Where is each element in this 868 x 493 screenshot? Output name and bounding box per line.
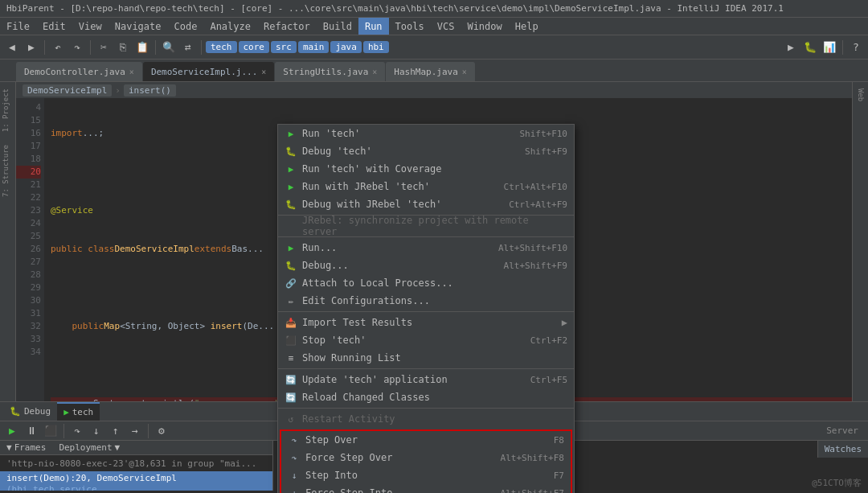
paste-btn[interactable]: 📋 bbox=[133, 39, 151, 56]
sep-4 bbox=[278, 368, 574, 369]
menu-step-over[interactable]: ↷ Step Over F8 bbox=[281, 431, 571, 449]
debug-tech-shortcut: Shift+F9 bbox=[525, 146, 567, 157]
menu-attach-local[interactable]: 🔗 Attach to Local Process... bbox=[278, 274, 574, 292]
restart-activity-icon: ↺ bbox=[285, 413, 297, 425]
attach-local-icon: 🔗 bbox=[285, 277, 297, 290]
update-app-icon: 🔄 bbox=[285, 373, 297, 386]
menu-update-app[interactable]: 🔄 Update 'tech' application Ctrl+F5 bbox=[278, 371, 574, 388]
menu-run-tech[interactable]: ▶ Run 'tech' Shift+F10 bbox=[278, 125, 574, 142]
debug-stop-btn[interactable]: ⬛ bbox=[42, 422, 59, 440]
menu-build[interactable]: Build bbox=[317, 18, 358, 35]
stop-tech-shortcut: Ctrl+F2 bbox=[530, 335, 567, 346]
search-btn[interactable]: 🔍 bbox=[160, 39, 178, 56]
reload-classes-icon: 🔄 bbox=[285, 391, 297, 404]
project-label[interactable]: 1: Project bbox=[0, 82, 15, 138]
tab-demoserviceimpl-close[interactable]: × bbox=[261, 68, 266, 76]
stop-tech-icon: ⬛ bbox=[285, 334, 297, 347]
title-bar: HbiParent - [D:\repo-hand\repo-tech\tech… bbox=[0, 0, 868, 18]
menu-debug-dots[interactable]: 🐛 Debug... Alt+Shift+F9 bbox=[278, 257, 574, 274]
badge-java[interactable]: java bbox=[330, 41, 362, 53]
badge-src[interactable]: src bbox=[271, 41, 297, 53]
tab-demoserviceimpl-label: DemoServiceImpl.j... bbox=[151, 67, 257, 77]
undo-btn[interactable]: ↶ bbox=[49, 39, 67, 56]
forward-btn[interactable]: ▶ bbox=[23, 39, 40, 56]
debug-tab-debug[interactable]: 🐛 Debug bbox=[3, 402, 57, 421]
step-into-label: Step Into bbox=[305, 470, 549, 481]
menu-show-running[interactable]: ≡ Show Running List bbox=[278, 349, 574, 367]
menu-code[interactable]: Code bbox=[168, 18, 204, 35]
menu-step-into[interactable]: ↓ Step Into F7 bbox=[281, 466, 571, 484]
tab-stringutils[interactable]: StringUtils.java × bbox=[275, 62, 385, 81]
show-running-icon: ≡ bbox=[285, 351, 297, 364]
toolbar-sep-5 bbox=[842, 40, 843, 55]
tab-democontroller[interactable]: DemoController.java × bbox=[16, 62, 142, 81]
menu-window[interactable]: Window bbox=[461, 18, 508, 35]
menu-file[interactable]: File bbox=[0, 18, 36, 35]
debug-sep-2 bbox=[148, 424, 149, 438]
frame-item-insert[interactable]: insert(Demo):20, DemoServiceImpl (hbi.te… bbox=[0, 471, 272, 491]
force-step-over-shortcut: Alt+Shift+F8 bbox=[501, 453, 564, 463]
menu-run[interactable]: Run bbox=[358, 18, 389, 35]
menu-stop-tech[interactable]: ⬛ Stop 'tech' Ctrl+F2 bbox=[278, 331, 574, 349]
redo-btn[interactable]: ↷ bbox=[68, 39, 86, 56]
debug-step-over-btn[interactable]: ↷ bbox=[68, 422, 86, 440]
menu-reload-classes[interactable]: 🔄 Reload Changed Classes bbox=[278, 388, 574, 406]
debug-evaluate-btn[interactable]: ⚙ bbox=[153, 422, 170, 440]
watches-button[interactable]: Watches bbox=[817, 441, 868, 458]
frame-item-thread[interactable]: 'http-nio-8080-exec-23'@18,631 in group … bbox=[0, 457, 272, 471]
tab-demoserviceimpl[interactable]: DemoServiceImpl.j... × bbox=[143, 62, 274, 81]
menu-help[interactable]: Help bbox=[509, 18, 545, 35]
menu-analyze[interactable]: Analyze bbox=[203, 18, 257, 35]
debug-tab-icon: 🐛 bbox=[10, 406, 21, 417]
debug-config-btn[interactable]: 🐛 bbox=[801, 39, 819, 56]
debug-resume-btn[interactable]: ▶ bbox=[3, 422, 21, 440]
run-icon: ▶ bbox=[285, 127, 297, 140]
toolbar-sep-4 bbox=[201, 40, 202, 55]
frames-tab[interactable]: ▼ Frames bbox=[0, 441, 52, 454]
web-label[interactable]: Web bbox=[855, 82, 866, 108]
help-btn[interactable]: ? bbox=[847, 39, 865, 56]
deployment-tab[interactable]: Deployment ▼ bbox=[52, 441, 126, 454]
badge-hbi[interactable]: hbi bbox=[363, 41, 389, 53]
debug-step-out-btn[interactable]: ↑ bbox=[107, 422, 125, 440]
debug-step-into-btn[interactable]: ↓ bbox=[88, 422, 105, 440]
debug-jrebel-icon: 🐛 bbox=[285, 198, 297, 211]
show-running-label: Show Running List bbox=[302, 352, 567, 364]
copy-btn[interactable]: ⎘ bbox=[114, 39, 132, 56]
menu-edit[interactable]: Edit bbox=[36, 18, 72, 35]
menu-import-test[interactable]: 📥 Import Test Results ▶ bbox=[278, 314, 574, 331]
debug-tab-tech[interactable]: ▶ tech bbox=[57, 402, 100, 421]
force-step-over-icon: ↷ bbox=[288, 451, 301, 464]
tab-hashmap-close[interactable]: × bbox=[462, 68, 467, 76]
menu-edit-configs[interactable]: ✏ Edit Configurations... bbox=[278, 292, 574, 310]
menu-run-dots[interactable]: ▶ Run... Alt+Shift+F10 bbox=[278, 239, 574, 257]
tab-hashmap[interactable]: HashMap.java × bbox=[386, 62, 475, 81]
attach-local-label: Attach to Local Process... bbox=[302, 277, 567, 289]
menu-force-step-into[interactable]: ↓ Force Step Into Alt+Shift+F7 bbox=[281, 484, 571, 493]
menu-tools[interactable]: Tools bbox=[389, 18, 431, 35]
line-numbers: 4 15 16 17 18 20 21 22 23 24 25 26 27 28… bbox=[16, 98, 44, 401]
menu-view[interactable]: View bbox=[72, 18, 108, 35]
badge-core[interactable]: core bbox=[239, 41, 270, 53]
menu-vcs[interactable]: VCS bbox=[431, 18, 461, 35]
deployment-tab-label: Deployment bbox=[59, 442, 112, 453]
menu-refactor[interactable]: Refactor bbox=[257, 18, 317, 35]
tab-stringutils-close[interactable]: × bbox=[372, 68, 377, 76]
menu-run-jrebel[interactable]: ▶ Run with JRebel 'tech' Ctrl+Alt+F10 bbox=[278, 178, 574, 195]
replace-btn[interactable]: ⇄ bbox=[179, 39, 197, 56]
badge-main[interactable]: main bbox=[298, 41, 330, 53]
badge-tech[interactable]: tech bbox=[206, 41, 237, 53]
back-btn[interactable]: ◀ bbox=[3, 39, 21, 56]
cut-btn[interactable]: ✂ bbox=[95, 39, 113, 56]
menu-debug-tech[interactable]: 🐛 Debug 'tech' Shift+F9 bbox=[278, 142, 574, 160]
run-config-btn[interactable]: ▶ bbox=[782, 39, 800, 56]
structure-label[interactable]: 7: Structure bbox=[0, 138, 15, 203]
menu-force-step-over[interactable]: ↷ Force Step Over Alt+Shift+F8 bbox=[281, 449, 571, 466]
coverage-btn[interactable]: 📊 bbox=[821, 39, 838, 56]
menu-debug-jrebel[interactable]: 🐛 Debug with JRebel 'tech' Ctrl+Alt+F9 bbox=[278, 195, 574, 213]
tab-democontroller-close[interactable]: × bbox=[129, 68, 134, 76]
debug-pause-btn[interactable]: ⏸ bbox=[23, 422, 40, 440]
debug-run-cursor-btn[interactable]: → bbox=[126, 422, 144, 440]
menu-run-coverage[interactable]: ▶ Run 'tech' with Coverage bbox=[278, 160, 574, 178]
menu-navigate[interactable]: Navigate bbox=[108, 18, 168, 35]
